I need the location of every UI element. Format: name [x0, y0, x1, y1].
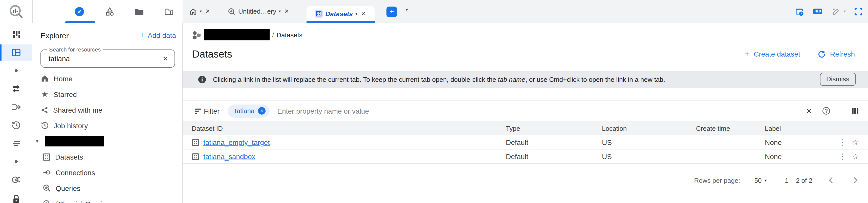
- datasets-tab-icon: [315, 9, 323, 18]
- dataset-row-icon: [192, 153, 199, 160]
- datasets-tab-active[interactable]: Datasets ▾ ✕: [307, 6, 375, 23]
- clear-filters-icon[interactable]: ✕: [806, 107, 812, 115]
- explorer-tool-tab[interactable]: [69, 5, 90, 18]
- repository-tool-tab[interactable]: [159, 5, 179, 18]
- column-header-label[interactable]: Label: [765, 121, 781, 135]
- next-page-icon[interactable]: [850, 175, 861, 186]
- sidebar-item-job-history[interactable]: Job history: [32, 118, 183, 133]
- chip-remove-icon[interactable]: ✕: [258, 107, 266, 114]
- rail-separator-dot: [15, 69, 18, 72]
- column-header-dataset-id[interactable]: Dataset ID: [192, 121, 223, 135]
- sidebar-item-label: (Classic) Queries: [56, 200, 110, 203]
- dataset-link[interactable]: tatiana_empty_target: [203, 138, 270, 146]
- datasets-tab-label: Datasets: [326, 10, 353, 18]
- sharing-icon[interactable]: [11, 175, 21, 185]
- shapes-tool-tab[interactable]: [100, 5, 120, 18]
- main-content: / Datasets Datasets + Create dataset: [183, 23, 868, 203]
- add-data-label: Add data: [148, 31, 176, 39]
- folder-icon: [134, 7, 144, 17]
- redacted-breadcrumb-project: [204, 29, 270, 40]
- create-dataset-button[interactable]: + Create dataset: [744, 49, 800, 59]
- column-header-create-time[interactable]: Create time: [696, 121, 730, 135]
- scheduling-history-icon[interactable]: [11, 120, 21, 130]
- datasets-tab-close-icon[interactable]: ✕: [360, 9, 367, 18]
- cell-location: US: [602, 135, 612, 149]
- sidebar-item-label: Datasets: [55, 153, 83, 161]
- cell-label: None: [765, 149, 782, 164]
- home-tab-close-icon[interactable]: ✕: [204, 7, 211, 15]
- column-header-location[interactable]: Location: [602, 121, 627, 135]
- rows-per-page-select[interactable]: 50 ▾: [754, 176, 767, 184]
- datasets-tab-caret[interactable]: ▾: [355, 11, 358, 16]
- previous-page-icon[interactable]: [826, 175, 837, 186]
- untitled-query-tab[interactable]: Untitled…ery ▾ ✕: [228, 0, 290, 23]
- sidebar-item-classic-queries[interactable]: (Classic) Queries: [32, 196, 183, 203]
- data-transfers-icon[interactable]: [11, 84, 21, 94]
- column-display-icon[interactable]: [851, 107, 859, 114]
- tab-strip-divider: [401, 7, 401, 17]
- pagination-range: 1 – 2 of 2: [785, 176, 812, 184]
- sidebar-item-label: Shared with me: [53, 106, 102, 114]
- create-dataset-label: Create dataset: [754, 50, 800, 58]
- query-tab-icon: [228, 7, 236, 15]
- add-data-button[interactable]: + Add data: [140, 30, 176, 40]
- top-bar: ▾ ✕ Untitled…ery ▾ ✕: [0, 0, 868, 23]
- dismiss-button[interactable]: Dismiss: [820, 73, 856, 86]
- search-input[interactable]: [48, 54, 159, 63]
- sidebar-item-queries[interactable]: Queries: [32, 180, 183, 196]
- row-star-icon[interactable]: ☆: [850, 135, 860, 149]
- tab-history-icon[interactable]: [794, 6, 804, 16]
- fullscreen-icon[interactable]: [854, 7, 863, 16]
- home-tab[interactable]: ▾ ✕: [189, 0, 211, 23]
- sidebar-item-starred[interactable]: ★ Starred: [32, 86, 183, 102]
- untitled-query-tab-close-icon[interactable]: ✕: [283, 7, 290, 15]
- project-expander-icon[interactable]: ▾: [36, 138, 43, 144]
- untitled-query-tab-caret[interactable]: ▾: [279, 9, 281, 13]
- rows-per-page-value: 50: [754, 176, 762, 184]
- info-icon: [198, 75, 206, 84]
- resource-search-field[interactable]: Search for resources ✕: [40, 49, 175, 68]
- filter-input[interactable]: [276, 106, 806, 115]
- bigquery-logo-icon: [9, 4, 24, 19]
- connections-icon: [42, 168, 51, 177]
- sidebar-item-datasets[interactable]: Datasets: [32, 149, 183, 165]
- filter-chip[interactable]: tatiana ✕: [228, 104, 270, 117]
- sidebar-item-label: Starred: [54, 90, 77, 98]
- star-icon: ★: [40, 90, 49, 99]
- sidebar-item-connections[interactable]: Connections: [32, 165, 183, 180]
- governance-lock-icon[interactable]: [11, 194, 21, 203]
- filter-label: Filter: [204, 107, 220, 115]
- breadcrumb: / Datasets: [192, 29, 303, 41]
- new-tab-button[interactable]: +: [386, 7, 397, 17]
- sidebar-item-shared-with-me[interactable]: Shared with me: [32, 102, 183, 118]
- monitoring-icon[interactable]: [11, 138, 21, 148]
- filter-chip-value: tatiana: [235, 107, 254, 114]
- row-star-icon[interactable]: ☆: [850, 149, 860, 164]
- tab-overflow-caret[interactable]: ▾: [406, 7, 408, 12]
- table-header-row: Dataset ID Type Location Create time Lab…: [183, 121, 868, 135]
- column-header-type[interactable]: Type: [506, 121, 520, 135]
- pipelines-icon[interactable]: [11, 102, 21, 112]
- top-right-actions: ▾: [794, 0, 863, 23]
- pagination: Rows per page: 50 ▾ 1 – 2 of 2: [694, 173, 861, 188]
- dataset-link[interactable]: tatiana_sandbox: [203, 153, 255, 161]
- rail-active-item[interactable]: [0, 44, 32, 61]
- cell-type: Default: [506, 135, 528, 149]
- ai-assist-caret[interactable]: ▾: [844, 9, 846, 13]
- refresh-button[interactable]: Refresh: [817, 50, 855, 58]
- analysis-hub-icon[interactable]: [11, 29, 21, 39]
- banner-text-before: Clicking a link in the list will replace…: [213, 76, 498, 83]
- row-actions-kebab-icon[interactable]: ⋮: [838, 149, 847, 164]
- info-banner: Clicking a link in the list will replace…: [183, 71, 868, 88]
- help-icon[interactable]: [822, 106, 831, 115]
- sidebar-item-home[interactable]: Home: [32, 71, 183, 86]
- files-tool-tab[interactable]: [129, 5, 149, 18]
- sidebar-project-row[interactable]: ▾: [32, 133, 183, 149]
- keyboard-shortcuts-icon[interactable]: [812, 6, 823, 17]
- refresh-label: Refresh: [830, 50, 855, 58]
- home-tab-caret[interactable]: ▾: [200, 9, 202, 13]
- bigquery-logo: [0, 0, 32, 23]
- ai-assist-icon[interactable]: [831, 6, 841, 16]
- search-clear-icon[interactable]: ✕: [159, 53, 172, 65]
- row-actions-kebab-icon[interactable]: ⋮: [838, 135, 847, 149]
